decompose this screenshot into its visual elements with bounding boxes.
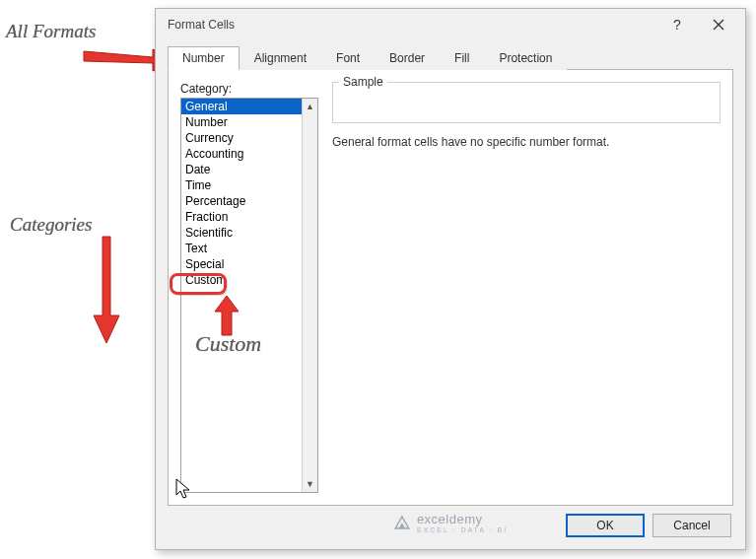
annotation-all-formats: All Formats [6,22,96,42]
cursor-icon [175,478,191,500]
help-icon: ? [673,17,681,33]
category-item-number[interactable]: Number [181,114,302,130]
annotation-highlight-custom [170,273,227,295]
tab-strip: Number Alignment Font Border Fill Protec… [168,46,733,70]
category-item-fraction[interactable]: Fraction [181,209,302,225]
watermark-tagline: EXCEL · DATA · BI [417,526,508,533]
svg-marker-1 [94,237,119,343]
sample-label: Sample [339,75,387,89]
dialog-body: Number Alignment Font Border Fill Protec… [156,40,745,549]
category-item-scientific[interactable]: Scientific [181,225,302,241]
tab-protection[interactable]: Protection [484,46,567,70]
category-item-date[interactable]: Date [181,162,302,177]
category-item-percentage[interactable]: Percentage [181,193,302,209]
scroll-down-icon[interactable]: ▼ [303,476,317,492]
svg-marker-2 [215,296,239,335]
annotation-arrow-up-to-custom [215,296,239,338]
watermark: exceldemy EXCEL · DATA · BI [393,512,508,533]
cancel-button[interactable]: Cancel [653,514,731,537]
tab-fill[interactable]: Fill [440,46,484,70]
tab-number[interactable]: Number [168,46,240,70]
watermark-logo-icon [393,514,411,531]
tab-border[interactable]: Border [375,46,440,70]
close-icon [713,19,724,31]
annotation-categories: Categories [10,215,92,236]
sample-box: Sample [332,82,721,123]
watermark-brand: exceldemy [417,512,483,526]
category-item-currency[interactable]: Currency [181,130,302,146]
category-item-text[interactable]: Text [181,241,302,256]
close-button[interactable] [698,11,739,38]
category-item-special[interactable]: Special [181,256,302,272]
format-cells-dialog: Format Cells ? Number Alignment Font Bor… [155,8,746,550]
titlebar: Format Cells ? [156,9,745,40]
category-item-general[interactable]: General [181,99,302,114]
dialog-button-row: OK Cancel [566,514,731,537]
preview-column: Sample General format cells have no spec… [332,82,721,493]
scroll-up-icon[interactable]: ▲ [303,99,317,114]
category-item-time[interactable]: Time [181,177,302,193]
category-item-accounting[interactable]: Accounting [181,146,302,162]
dialog-title: Format Cells [168,18,656,32]
ok-button[interactable]: OK [566,514,645,537]
tab-alignment[interactable]: Alignment [240,46,321,70]
annotation-arrow-down [94,237,121,348]
category-listbox[interactable]: General Number Currency Accounting Date … [180,98,318,493]
help-button[interactable]: ? [656,11,698,38]
tab-panel-number: Category: General Number Currency Accoun… [168,69,733,506]
tab-font[interactable]: Font [321,46,375,70]
format-description: General format cells have no specific nu… [332,135,721,149]
listbox-scrollbar[interactable]: ▲ ▼ [302,99,317,492]
category-label: Category: [180,82,318,96]
